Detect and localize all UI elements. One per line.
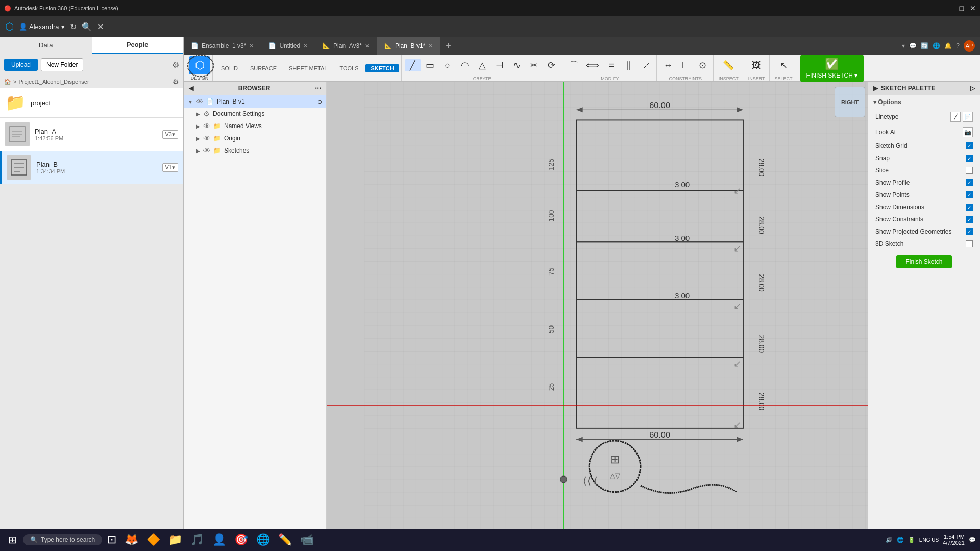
eye-icon[interactable]: 👁 bbox=[203, 122, 210, 130]
show-projected-option[interactable]: Show Projected Geometries ✓ bbox=[868, 226, 980, 238]
taskbar-app3-icon[interactable]: 🌐 bbox=[253, 532, 273, 547]
sketch-grid-option[interactable]: Sketch Grid ✓ bbox=[868, 140, 980, 152]
tab-data[interactable]: Data bbox=[0, 37, 92, 54]
alert-icon[interactable]: 🔔 bbox=[944, 42, 952, 49]
close-button[interactable]: ✕ bbox=[970, 4, 976, 12]
show-constraints-option[interactable]: Show Constraints ✓ bbox=[868, 213, 980, 226]
tab-sheet-metal[interactable]: SHEET METAL bbox=[284, 64, 332, 72]
polygon-tool[interactable]: △ bbox=[474, 59, 491, 71]
eye-icon[interactable]: 👁 bbox=[203, 146, 210, 155]
tab-dropdown-icon[interactable]: ▾ bbox=[902, 42, 905, 49]
network-icon[interactable]: 🌐 bbox=[897, 537, 904, 543]
tab-plan-av3[interactable]: 📐 Plan_Av3* ✕ bbox=[315, 37, 377, 55]
maximize-button[interactable]: □ bbox=[960, 4, 964, 12]
line-tool[interactable]: ╱ bbox=[405, 59, 421, 71]
file-version[interactable]: V3▾ bbox=[162, 130, 178, 139]
linetype-icon2[interactable]: 📄 bbox=[963, 112, 973, 122]
close-sidebar-button[interactable]: ✕ bbox=[97, 22, 104, 32]
trim-tool[interactable]: ✂ bbox=[526, 59, 543, 71]
browser-menu-icon[interactable]: ⋯ bbox=[315, 85, 321, 92]
globe-icon[interactable]: 🌐 bbox=[933, 42, 940, 49]
inspect-button[interactable]: 📏 bbox=[720, 59, 737, 71]
tab-tools[interactable]: TOOLS bbox=[334, 64, 363, 72]
project-settings-icon[interactable]: ⚙ bbox=[173, 78, 179, 86]
slice-option[interactable]: Slice bbox=[868, 164, 980, 177]
home-icon[interactable]: 🏠 bbox=[4, 79, 11, 85]
sketch-grid-checkbox[interactable]: ✓ bbox=[966, 142, 973, 149]
show-points-option[interactable]: Show Points ✓ bbox=[868, 189, 980, 201]
taskbar-teams-icon[interactable]: 👤 bbox=[209, 532, 229, 547]
list-item[interactable]: Plan_B 1:34:34 PM V1▾ bbox=[0, 151, 183, 184]
minimize-button[interactable]: — bbox=[946, 4, 953, 12]
taskbar-media-icon[interactable]: 🎵 bbox=[187, 532, 207, 547]
task-view-icon[interactable]: ⊡ bbox=[104, 532, 119, 547]
show-profile-checkbox[interactable]: ✓ bbox=[966, 179, 973, 186]
browser-item-settings[interactable]: ▶ ⚙ Document Settings bbox=[184, 108, 326, 120]
tab-surface[interactable]: SURFACE bbox=[245, 64, 282, 72]
close-tab-icon[interactable]: ✕ bbox=[428, 43, 433, 49]
circle2-tool[interactable]: ⊙ bbox=[695, 59, 711, 71]
refresh-button[interactable]: ↻ bbox=[70, 22, 77, 32]
show-constraints-checkbox[interactable]: ✓ bbox=[966, 216, 973, 223]
palette-collapse-icon[interactable]: ▶ bbox=[873, 85, 878, 92]
snap-option[interactable]: Snap ✓ bbox=[868, 152, 980, 164]
battery-icon[interactable]: 🔋 bbox=[908, 537, 915, 543]
offset-tool[interactable]: ⟳ bbox=[544, 59, 560, 71]
view-cube[interactable]: RIGHT bbox=[835, 87, 865, 117]
help-icon[interactable]: ? bbox=[956, 42, 960, 49]
close-tab-icon[interactable]: ✕ bbox=[365, 43, 370, 49]
show-dimensions-checkbox[interactable]: ✓ bbox=[966, 204, 973, 211]
browser-item-plan[interactable]: ▼ 👁 📄 Plan_B v1 ⊙ bbox=[184, 95, 326, 108]
sync-icon[interactable]: 🔄 bbox=[921, 42, 928, 49]
taskbar-zoom-icon[interactable]: 📹 bbox=[297, 532, 317, 547]
show-dimensions-option[interactable]: Show Dimensions ✓ bbox=[868, 201, 980, 213]
dimension-tool[interactable]: ↔ bbox=[660, 59, 676, 71]
tab-people[interactable]: People bbox=[92, 37, 184, 54]
start-button[interactable]: ⊞ bbox=[4, 532, 21, 548]
tab-sketch[interactable]: SKETCH bbox=[365, 64, 399, 72]
finish-sketch-palette-button[interactable]: Finish Sketch bbox=[896, 255, 951, 268]
list-item[interactable]: Plan_A 1:42:56 PM V3▾ bbox=[0, 118, 183, 151]
tangent-tool[interactable]: ⊣ bbox=[492, 59, 508, 71]
linear-dim-tool[interactable]: ⊢ bbox=[677, 59, 694, 71]
taskbar-app2-icon[interactable]: 🎯 bbox=[231, 532, 251, 547]
options-collapse-icon[interactable]: ▾ bbox=[873, 98, 876, 106]
browser-item-origin[interactable]: ▶ 👁 📁 Origin bbox=[184, 132, 326, 144]
palette-expand-icon[interactable]: ▷ bbox=[970, 85, 975, 92]
folder-item[interactable]: 📁 project bbox=[0, 88, 183, 118]
tab-ensamble[interactable]: 📄 Ensamble_1 v3* ✕ bbox=[184, 37, 261, 55]
look-at-button[interactable]: 📷 bbox=[963, 127, 973, 137]
3d-sketch-checkbox[interactable] bbox=[966, 240, 973, 247]
close-tab-icon[interactable]: ✕ bbox=[303, 43, 308, 49]
upload-button[interactable]: Upload bbox=[4, 59, 38, 71]
collapse-browser-icon[interactable]: ◀ bbox=[189, 85, 193, 92]
insert-image-tool[interactable]: 🖼 bbox=[748, 59, 765, 71]
parallel-tool[interactable]: ∥ bbox=[621, 59, 637, 71]
spline-tool[interactable]: ∿ bbox=[509, 59, 525, 71]
equal-tool[interactable]: = bbox=[603, 59, 620, 71]
eye-icon[interactable]: 👁 bbox=[203, 134, 210, 142]
close-tab-icon[interactable]: ✕ bbox=[249, 43, 254, 49]
taskbar-app1-icon[interactable]: 🔶 bbox=[143, 532, 163, 547]
fillet-tool[interactable]: ⌒ bbox=[566, 59, 582, 71]
file-version[interactable]: V1▾ bbox=[162, 163, 178, 172]
finish-sketch-button[interactable]: ✅ FINISH SKETCH ▾ bbox=[800, 55, 864, 82]
user-badge[interactable]: AP bbox=[964, 40, 975, 52]
target-icon[interactable]: ⊙ bbox=[317, 98, 322, 105]
mirror-tool[interactable]: ⟺ bbox=[583, 59, 602, 71]
show-points-checkbox[interactable]: ✓ bbox=[966, 191, 973, 198]
taskbar-search-bar[interactable]: 🔍 Type here to search bbox=[23, 534, 102, 545]
snap-checkbox[interactable]: ✓ bbox=[966, 155, 973, 162]
new-folder-button[interactable]: New Folder bbox=[41, 58, 83, 71]
3d-sketch-option[interactable]: 3D Sketch bbox=[868, 238, 980, 250]
rectangle-tool[interactable]: ▭ bbox=[422, 59, 438, 71]
taskbar-search-label[interactable]: Type here to search bbox=[41, 536, 95, 543]
circle-tool[interactable]: ○ bbox=[439, 59, 456, 71]
browser-item-named-views[interactable]: ▶ 👁 📁 Named Views bbox=[184, 120, 326, 132]
arc-tool[interactable]: ◠ bbox=[457, 59, 473, 71]
show-profile-option[interactable]: Show Profile ✓ bbox=[868, 177, 980, 189]
notification-center-icon[interactable]: 💬 bbox=[969, 537, 976, 543]
project-breadcrumb[interactable]: Project1_Alcohol_Dispenser bbox=[18, 79, 89, 85]
taskbar-filemanager-icon[interactable]: 📁 bbox=[165, 532, 185, 547]
slice-checkbox[interactable] bbox=[966, 167, 973, 174]
